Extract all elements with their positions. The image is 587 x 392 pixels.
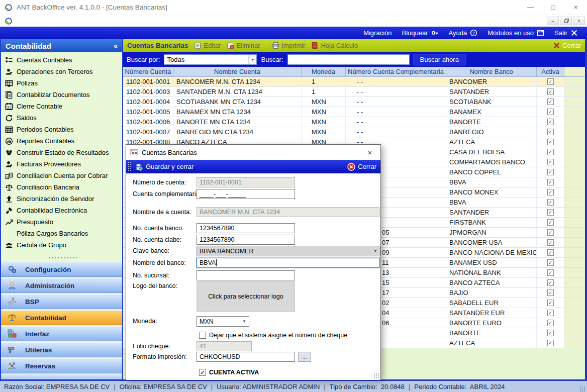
sidebar-item-saldos[interactable]: Saldos (1, 112, 122, 124)
activa-checkbox[interactable]: ✓ (547, 78, 554, 85)
sidebar-item-conciliacion-bancaria[interactable]: Conciliación Bancaria (1, 181, 122, 193)
mdi-minimize-button[interactable]: – (547, 17, 559, 25)
dialog-resize-grip[interactable] (373, 373, 379, 379)
sidebar-item-operaciones-con-terceros[interactable]: Operaciones con Terceros (1, 66, 122, 77)
sidebar-collapse-button[interactable]: « (114, 42, 118, 50)
menu-item-bloquear[interactable]: Bloquear (397, 27, 444, 39)
cuenta-banco-input[interactable]: 1234567890 (197, 223, 295, 233)
activa-checkbox[interactable]: ✓ (547, 149, 554, 155)
activa-checkbox[interactable]: ✓ (547, 259, 554, 266)
cuenta-activa-checkbox[interactable]: ✓ (199, 369, 206, 376)
column-header-activa[interactable]: Activa (537, 67, 564, 77)
sidebar-section-interfaz[interactable]: Interfaz (1, 326, 122, 341)
sidebar-grip[interactable] (1, 255, 122, 261)
sidebar-item-cuentas-contables[interactable]: Cuentas Contables (1, 54, 122, 66)
toolbar-button-imprimir[interactable]: Imprimir (272, 42, 306, 49)
sidebar-item-construir-estado-de-resultados[interactable]: Construir Estado de Resultados (1, 147, 122, 158)
table-row[interactable]: 1102-001-0005BANAMEX MN CTA 1234MXN- -BA… (123, 107, 585, 117)
clave-banco-combobox[interactable]: BBVA BANCOMER ▼ (197, 246, 380, 256)
search-by-combobox[interactable]: Todas ▼ (164, 54, 257, 65)
dialog-close-x-button[interactable]: × (359, 145, 380, 160)
toolbar-button-editar[interactable]: Editar (194, 42, 221, 49)
sidebar-section-configuracion[interactable]: Configuración (1, 262, 122, 277)
sidebar-section-utilerias[interactable]: Utilerías (1, 342, 122, 357)
activa-checkbox[interactable]: ✓ (547, 239, 554, 246)
activa-checkbox[interactable]: ✓ (547, 249, 554, 256)
cuenta-clabe-input[interactable]: 1234567890 (197, 235, 295, 245)
menu-item-ayuda[interactable]: Ayuda? (444, 27, 483, 39)
combo-arrow-icon[interactable]: ▼ (248, 55, 256, 64)
sidebar-item-sincronizacion-de-servidor[interactable]: Sincronización de Servidor (1, 193, 122, 205)
activa-checkbox[interactable]: ✓ (547, 159, 554, 165)
activa-checkbox[interactable]: ✓ (547, 119, 554, 125)
activa-checkbox[interactable]: ✓ (547, 179, 554, 185)
cheque-auto-checkbox[interactable] (199, 332, 206, 339)
menu-item-salir[interactable]: Salir (549, 27, 583, 39)
sidebar-item-poliza-cargos-bancarios[interactable]: Póliza Cargos Bancarios (1, 228, 122, 239)
sidebar-section-bsp[interactable]: BSP (1, 294, 122, 309)
sidebar-item-contabilizar-documentos[interactable]: Contabilizar Documentos (1, 89, 122, 101)
sucursal-input[interactable] (197, 270, 295, 280)
activa-checkbox[interactable]: ✓ (547, 279, 554, 286)
activa-checkbox[interactable]: ✓ (547, 320, 554, 326)
activa-checkbox[interactable]: ✓ (547, 229, 554, 236)
moneda-combobox[interactable]: MXN ▼ (197, 316, 249, 327)
nombre-banco-input[interactable]: BBVA (197, 258, 379, 268)
sidebar-item-contabilidad-electronica[interactable]: Contabilidad Electrónica (1, 205, 122, 216)
activa-checkbox[interactable]: ✓ (547, 209, 554, 216)
activa-checkbox[interactable]: ✓ (547, 289, 554, 296)
toolbar-button-hoja-calculo[interactable]: Hoja Cálculo (311, 42, 358, 49)
activa-checkbox[interactable]: ✓ (547, 129, 554, 135)
column-header-moneda[interactable]: Moneda (302, 67, 346, 77)
sidebar-section-reservas[interactable]: Reservas (1, 358, 122, 373)
table-row[interactable]: 1102-001-0004SCOTIABANK MN CTA 1234MXN- … (123, 97, 585, 107)
table-row[interactable]: 1102-001-0006BANORTE MN CTA 1234MXN- -BA… (123, 117, 585, 127)
activa-checkbox[interactable]: ✓ (547, 139, 554, 145)
table-row[interactable]: 1102-001-0003SANTANDER M.N. CTA 12341- -… (123, 87, 585, 97)
table-row[interactable]: 1102-001-0007BANREGIO MN CTA 1234MXN- -B… (123, 127, 585, 137)
column-header-numero-cuenta[interactable]: Número Cuenta (123, 67, 173, 77)
activa-checkbox[interactable]: ✓ (547, 109, 554, 115)
dialog-titlebar[interactable]: Cuentas Bancarias × (126, 145, 380, 160)
menu-item-migracion[interactable]: Migración (358, 27, 397, 39)
activa-checkbox[interactable]: ✓ (547, 330, 554, 336)
toolbar-button-eliminar[interactable]: Eliminar (227, 42, 260, 49)
activa-checkbox[interactable]: ✓ (547, 189, 554, 195)
table-row[interactable]: 1102-001-0001BANCOMER M.N. CTA 12341- -B… (123, 77, 585, 87)
sidebar-item-cedula-de-grupo[interactable]: Cedula de Grupo (1, 239, 122, 251)
dialog-toolbar-grip[interactable] (128, 161, 131, 172)
sidebar-section-administracion[interactable]: Administración (1, 278, 122, 293)
activa-checkbox[interactable]: ✓ (547, 310, 554, 316)
sidebar-item-presupuesto[interactable]: Presupuesto (1, 216, 122, 228)
mdi-restore-button[interactable] (560, 17, 572, 25)
column-header-numero-cuenta-complementaria[interactable]: Número Cuenta Complementaria (346, 67, 446, 77)
activa-checkbox[interactable]: ✓ (547, 340, 554, 346)
activa-checkbox[interactable]: ✓ (547, 88, 554, 95)
sidebar-item-conciliacion-cuenta-por-cobrar[interactable]: ABConciliacion Cuenta por Cobrar (1, 170, 122, 181)
save-and-close-button[interactable]: Guardar y cerrar (135, 163, 193, 171)
activa-checkbox[interactable]: ✓ (547, 99, 554, 105)
sidebar-item-facturas-proveedores[interactable]: Facturas Proveedores (1, 158, 122, 170)
maximize-button[interactable]: □ (542, 0, 564, 15)
close-button[interactable]: × (564, 0, 587, 15)
sidebar-section-contabilidad[interactable]: Contabilidad (1, 310, 122, 325)
menu-item-modulos-en-uso[interactable]: Módulos en uso (482, 27, 549, 39)
formato-impresion-input[interactable]: CHKOCHUSD (197, 352, 295, 362)
cuenta-complementaria-input[interactable]: ____-___-_____ (197, 189, 295, 199)
sidebar-item-polizas[interactable]: Pólizas (1, 77, 122, 89)
activa-checkbox[interactable]: ✓ (547, 199, 554, 206)
search-input[interactable] (287, 54, 410, 65)
resize-grip[interactable] (579, 386, 585, 392)
close-view-button[interactable]: Cerrar (553, 42, 581, 49)
mdi-close-button[interactable]: × (573, 17, 585, 25)
activa-checkbox[interactable]: ✓ (547, 219, 554, 226)
activa-checkbox[interactable]: ✓ (547, 269, 554, 276)
column-header-nombre-banco[interactable]: Nombre Banco (446, 67, 537, 77)
logo-select-button[interactable]: Click para seleccionar logo (197, 281, 295, 312)
sidebar-item-periodos-contables[interactable]: Periodos Contables (1, 124, 122, 135)
dialog-close-button[interactable]: Cerrar (347, 163, 376, 171)
sidebar-item-reportes-contables[interactable]: Reportes Contables (1, 135, 122, 147)
formato-browse-button[interactable]: ... (298, 352, 311, 362)
minimize-button[interactable]: — (519, 0, 542, 15)
activa-checkbox[interactable]: ✓ (547, 169, 554, 175)
